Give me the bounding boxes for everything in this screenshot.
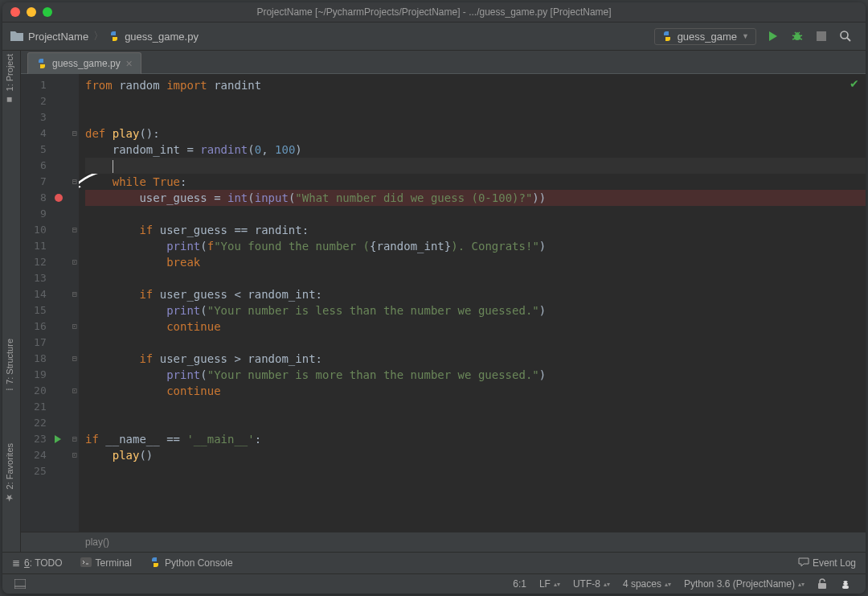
editor-gutter[interactable]: 1234567891011121314151617181920212223242…: [21, 74, 79, 532]
svg-point-1: [841, 31, 848, 39]
layout-icon: [14, 579, 26, 589]
chevron-down-icon: ▼: [742, 32, 749, 40]
window-controls: [10, 7, 52, 17]
breakpoint-marker[interactable]: [55, 194, 63, 202]
python-file-icon: [661, 31, 673, 42]
body-area: ■ 1: Project ⁞ 7: Structure ★ 2: Favorit…: [2, 51, 866, 552]
svg-point-11: [847, 582, 849, 584]
svg-point-0: [794, 34, 800, 40]
bug-icon: [791, 30, 804, 43]
updown-icon: ▴▾: [554, 581, 560, 588]
left-tool-stripe: ■ 1: Project ⁞ 7: Structure ★ 2: Favorit…: [2, 51, 21, 552]
editor[interactable]: ✔ 12345678910111213141516171819202122232…: [21, 74, 866, 532]
read-only-toggle[interactable]: [817, 578, 827, 590]
interpreter-selector[interactable]: Python 3.6 (ProjectName)▴▾: [684, 578, 805, 590]
tool-favorites-button[interactable]: ★ 2: Favorites: [4, 443, 15, 504]
python-file-icon: [108, 31, 120, 42]
tool-window-toggle[interactable]: [10, 579, 30, 589]
run-config-name: guess_game: [678, 31, 737, 43]
ide-window: ProjectName [~/PycharmProjects/ProjectNa…: [2, 2, 866, 594]
tool-todo-button[interactable]: ≣ 6: TODO: [12, 557, 63, 569]
stop-icon: [817, 31, 826, 41]
crumb-footer-text: play(): [85, 536, 109, 548]
editor-column: guess_game.py ✕ ✔ 1234567891011121314151…: [21, 51, 866, 552]
svg-rect-9: [842, 586, 849, 589]
updown-icon: ▴▾: [604, 581, 610, 588]
svg-rect-7: [818, 583, 826, 589]
svg-rect-5: [14, 579, 26, 589]
tool-structure-button[interactable]: ⁞ 7: Structure: [4, 339, 15, 391]
speech-bubble-icon: [798, 557, 809, 569]
inspector-widget[interactable]: [840, 578, 851, 590]
gutter-markers[interactable]: [51, 74, 71, 532]
python-icon: [149, 557, 161, 570]
folder-icon: [10, 30, 23, 43]
encoding-selector[interactable]: UTF-8▴▾: [573, 578, 610, 590]
breadcrumb-project[interactable]: ProjectName: [28, 31, 88, 43]
stop-button[interactable]: [814, 29, 829, 43]
close-tab-button[interactable]: ✕: [125, 59, 133, 69]
tool-project-button[interactable]: ■ 1: Project: [4, 54, 15, 105]
structure-icon: ⁞: [4, 388, 15, 391]
breadcrumb-file[interactable]: guess_game.py: [125, 31, 199, 43]
inspector-icon: [840, 578, 851, 590]
updown-icon: ▴▾: [665, 581, 671, 588]
svg-point-10: [843, 582, 845, 584]
run-config-selector[interactable]: guess_game ▼: [654, 28, 756, 45]
tool-python-console-button[interactable]: Python Console: [149, 557, 233, 570]
list-icon: ≣: [12, 557, 20, 569]
search-everywhere-button[interactable]: [838, 29, 853, 43]
line-numbers: 1234567891011121314151617181920212223242…: [21, 74, 51, 532]
run-line-marker[interactable]: [55, 435, 61, 443]
navigation-toolbar: ProjectName 〉 guess_game.py guess_game ▼: [2, 23, 866, 51]
fold-bar[interactable]: ⊟⊟⊟⊡⊟⊡⊟⊡⊟⊡: [71, 74, 79, 532]
titlebar: ProjectName [~/PycharmProjects/ProjectNa…: [2, 2, 866, 23]
breadcrumb-separator: 〉: [93, 29, 104, 43]
editor-tab-label: guess_game.py: [52, 58, 121, 69]
svg-rect-3: [80, 557, 92, 567]
status-bar: 6:1 LF▴▾ UTF-8▴▾ 4 spaces▴▾ Python 3.6 (…: [2, 573, 866, 594]
search-icon: [839, 30, 852, 43]
svg-line-2: [847, 38, 850, 41]
indent-selector[interactable]: 4 spaces▴▾: [623, 578, 671, 590]
tool-terminal-button[interactable]: Terminal: [80, 557, 132, 569]
maximize-window-button[interactable]: [43, 7, 52, 17]
window-title: ProjectName [~/PycharmProjects/ProjectNa…: [2, 6, 866, 18]
minimize-window-button[interactable]: [27, 7, 36, 17]
folder-icon: ■: [4, 94, 15, 105]
debug-button[interactable]: [790, 29, 805, 43]
terminal-icon: [80, 557, 92, 569]
event-log-button[interactable]: Event Log: [798, 557, 856, 569]
editor-tab[interactable]: guess_game.py ✕: [27, 52, 141, 74]
breadcrumb: ProjectName 〉 guess_game.py: [10, 29, 654, 43]
close-window-button[interactable]: [10, 7, 20, 17]
updown-icon: ▴▾: [798, 581, 805, 588]
python-file-icon: [36, 58, 47, 69]
run-actions: [766, 29, 853, 43]
cursor-position[interactable]: 6:1: [513, 578, 526, 590]
play-icon: [769, 31, 777, 41]
star-icon: ★: [4, 492, 15, 504]
run-button[interactable]: [766, 29, 780, 43]
lock-icon: [817, 578, 827, 590]
editor-tabs: guess_game.py ✕: [21, 51, 866, 74]
code-area[interactable]: from random import randintdef play(): ra…: [79, 74, 866, 532]
bottom-tool-row: ≣ 6: TODO Terminal Python Console Event …: [2, 552, 866, 573]
editor-breadcrumb-footer[interactable]: play(): [21, 532, 866, 552]
line-separator-selector[interactable]: LF▴▾: [539, 578, 560, 590]
